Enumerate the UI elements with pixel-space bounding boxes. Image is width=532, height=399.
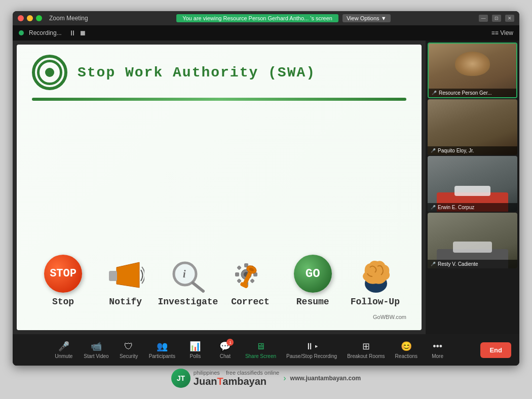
mask-white [454,186,490,196]
svg-rect-13 [237,278,242,284]
toolbar-breakout-rooms[interactable]: ⊞ Breakout Rooms [343,339,389,361]
swa-target-icon [32,55,67,90]
participant-name-bar-2: 🎤 Paquito Eloy, Jr. [428,146,517,155]
participant-tile-4[interactable]: 🎤 Resty V. Cadiente [428,213,517,268]
toolbar-chat[interactable]: 💬 1 Chat [211,339,239,361]
more-label: More [432,353,443,359]
step-resume: GO Resume [287,255,338,307]
green-divider-bar [32,98,406,101]
toolbar-unmute[interactable]: 🎤 Unmute [50,339,78,361]
title-bar-center: You are viewing Resource Person Gerhard … [88,14,479,22]
participant-tile-1[interactable]: 🎤 Resource Person Ger... [428,43,517,98]
toolbar-polls[interactable]: 📊 Polls [181,339,209,361]
svg-rect-1 [109,271,117,281]
end-button[interactable]: End [480,342,511,358]
outer-wrapper: Zoom Meeting You are viewing Resource Pe… [0,0,532,399]
watermark: JT philippines free classifieds online J… [171,369,361,388]
window-title: Zoom Meeting [49,15,88,22]
step-correct-label: Correct [231,297,270,307]
participant-tile-3[interactable]: 🎤 Erwin E. Corpuz [428,156,517,212]
step-correct: Correct [225,260,276,307]
start-video-label: Start Video [84,353,108,359]
step-investigate-label: Investigate [158,297,218,307]
participant-name-2: Paquito Eloy, Jr. [438,148,474,153]
watermark-logo: JT philippines free classifieds online J… [171,369,279,388]
close-button[interactable] [18,15,24,21]
win-restore-icon[interactable]: ⊡ [492,15,501,22]
svg-rect-14 [250,278,255,284]
watermark-tagline: philippines free classifieds online [194,370,279,376]
participant-tile-2[interactable]: 🎤 Paquito Eloy, Jr. [428,99,517,155]
slide-footer: GoWBW.com [32,314,406,320]
logo-icon: JT [171,369,191,388]
magnifier-icon: i [169,260,207,293]
maximize-button[interactable] [36,15,42,21]
security-label: Security [120,353,138,359]
toolbar-reactions[interactable]: 😊 Reactions [391,339,422,361]
breakout-rooms-icon: ⊞ [362,341,370,352]
step-notify-label: Notify [109,297,142,307]
slide-container: Stop Work Authority (SWA) STOP Stop [17,45,422,330]
zoom-window: Zoom Meeting You are viewing Resource Pe… [13,11,519,366]
go-icon: GO [294,255,332,293]
title-bar: Zoom Meeting You are viewing Resource Pe… [13,11,519,25]
presentation-area: Stop Work Authority (SWA) STOP Stop [13,41,426,334]
unmute-label: Unmute [55,353,72,359]
toolbar-pause-recording[interactable]: ⏸▸ Pause/Stop Recording [282,339,341,361]
participant-name-bar-4: 🎤 Resty V. Cadiente [428,260,517,268]
reactions-label: Reactions [395,353,417,359]
mic-icon-1: 🎤 [432,91,437,95]
pause-recording-button[interactable]: ⏸ [69,29,76,37]
gear-wrench-icon [230,260,271,293]
recording-bar: Recording... ⏸ ⏹ ≡≡ View [13,25,519,41]
viewing-banner: You are viewing Resource Person Gerhard … [176,14,338,22]
steps-row: STOP Stop [32,111,406,312]
svg-line-4 [193,283,203,291]
step-investigate: i Investigate [163,260,213,307]
view-options-button[interactable]: View Options ▼ [343,14,391,22]
chat-badge: 1 [226,339,234,346]
security-icon: 🛡 [124,341,133,352]
slide-header: Stop Work Authority (SWA) [32,55,406,90]
minimize-button[interactable] [27,15,33,21]
participants-label: Participants [149,353,175,359]
pause-recording-icon: ⏸▸ [305,341,319,352]
chat-label: Chat [220,353,231,359]
divider-arrow: › [283,374,286,383]
toolbar-participants[interactable]: 👥 Participants [145,339,179,361]
window-controls: Zoom Meeting [18,15,88,22]
mic-icon-2: 🎤 [431,148,436,153]
participants-icon: 👥 [157,341,168,352]
toolbar-more[interactable]: ••• More [424,339,451,361]
brain-icon [355,257,395,293]
toolbar-security[interactable]: 🛡 Security [115,339,143,361]
view-button[interactable]: ≡≡ View [491,29,513,36]
megaphone-icon [106,260,144,293]
toolbar-start-video[interactable]: 📹 Start Video [80,339,112,361]
participants-sidebar: 🎤 Resource Person Ger... 🎤 Paquito Eloy,… [426,41,519,334]
step-resume-label: Resume [296,297,329,307]
svg-rect-9 [235,272,239,276]
win-minimize-icon[interactable]: — [479,15,488,22]
share-screen-label: Share Screen [245,353,276,359]
chat-icon: 💬 1 [219,341,231,352]
win-close-icon[interactable]: ✕ [505,15,514,22]
stop-icon: STOP [44,255,82,293]
reactions-icon: 😊 [401,341,412,352]
slide-title: Stop Work Authority (SWA) [78,65,316,81]
pause-recording-label: Pause/Stop Recording [286,353,337,359]
recording-dot [19,30,24,35]
start-video-icon: 📹 [91,341,102,352]
svg-marker-0 [117,262,139,288]
watermark-brand: JuanTambayan [194,376,279,387]
polls-icon: 📊 [189,341,201,352]
step-stop: STOP Stop [38,255,89,307]
share-screen-icon: 🖥 [256,341,265,352]
participant-name-bar-1: 🎤 Resource Person Ger... [429,89,516,97]
svg-text:i: i [183,268,186,280]
step-notify: Notify [100,260,151,307]
toolbar-share-screen[interactable]: 🖥 Share Screen [241,339,280,361]
stop-recording-button[interactable]: ⏹ [79,29,86,37]
participant-name-bar-3: 🎤 Erwin E. Corpuz [428,203,517,212]
step-followup-label: Follow-Up [351,297,400,307]
